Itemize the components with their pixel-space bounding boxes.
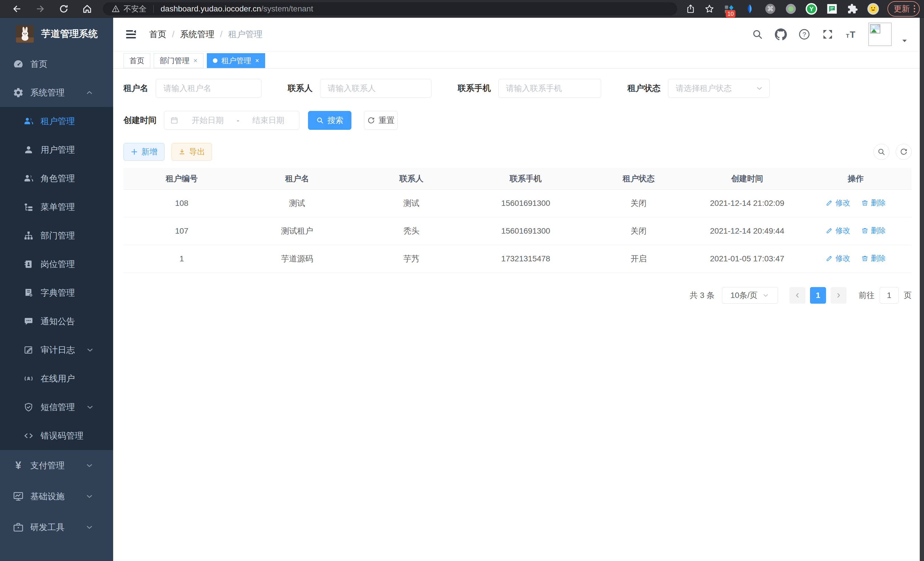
browser-reload-icon[interactable] (58, 3, 69, 14)
avatar-dropdown-caret-icon[interactable] (901, 37, 908, 45)
user-avatar[interactable] (868, 23, 892, 46)
github-icon[interactable] (775, 28, 787, 41)
sidebar-group-devtools[interactable]: 研发工具 (0, 512, 113, 543)
profile-avatar-icon[interactable] (867, 3, 879, 15)
app-logo-row[interactable]: 芋道管理系统 (0, 18, 113, 50)
next-page-button[interactable] (831, 287, 847, 304)
sidebar-item-online-users[interactable]: 在线用户 (0, 364, 113, 393)
date-range-picker[interactable]: 开始日期 - 结束日期 (164, 111, 299, 130)
fullscreen-icon[interactable] (821, 28, 834, 41)
cell-created: 2021-12-14 20:49:44 (694, 217, 800, 245)
main-area: 首页 / 系统管理 / 租户管理 ? (113, 18, 920, 561)
reset-refresh-icon (367, 116, 375, 124)
recorder-extension-icon[interactable] (784, 3, 797, 15)
sidebar-group-infrastructure[interactable]: 基础设施 (0, 481, 113, 512)
tab-dept[interactable]: 部门管理 × (154, 53, 203, 68)
table-row: 108 测试 测试 15601691300 关闭 2021-12-14 21:0… (123, 189, 911, 217)
col-tenant-name: 租户名 (240, 168, 354, 189)
sidebar-group-payment[interactable]: ¥ 支付管理 (0, 450, 113, 481)
edit-link[interactable]: 修改 (826, 198, 850, 208)
not-secure-warning-icon[interactable] (111, 5, 120, 13)
sidebar-item-dept[interactable]: 部门管理 (0, 221, 113, 250)
sidebar-group-system[interactable]: 系统管理 (0, 78, 113, 107)
gear-icon (13, 87, 24, 98)
search-button[interactable]: 搜索 (308, 111, 351, 130)
sidebar-item-home[interactable]: 首页 (0, 50, 113, 78)
browser-home-icon[interactable] (82, 3, 93, 14)
extension-badge: 10 (726, 10, 735, 17)
breadcrumb-system[interactable]: 系统管理 (180, 29, 214, 40)
tenant-name-input[interactable] (156, 79, 261, 98)
breadcrumb-home[interactable]: 首页 (149, 29, 166, 40)
sidebar-collapse-icon[interactable] (124, 28, 137, 41)
edit-link[interactable]: 修改 (826, 253, 850, 263)
help-icon[interactable]: ? (798, 28, 811, 41)
bookmark-star-icon[interactable] (704, 3, 715, 14)
dashboard-icon (13, 58, 24, 70)
cell-status: 开启 (583, 245, 694, 272)
reset-button[interactable]: 重置 (364, 111, 398, 130)
sidebar-item-post[interactable]: 岗位管理 (0, 250, 113, 278)
trash-icon (861, 199, 868, 206)
sidebar-item-label: 基础设施 (30, 491, 64, 502)
chat-extension-icon[interactable] (826, 3, 838, 15)
chevron-down-icon (85, 523, 97, 532)
command-extension-icon[interactable]: ⌘ (764, 3, 777, 15)
sidebar-item-user[interactable]: 用户管理 (0, 135, 113, 164)
sidebar-item-menu[interactable]: 菜单管理 (0, 193, 113, 221)
tab-home[interactable]: 首页 (123, 53, 150, 68)
window-scrollbar[interactable] (920, 18, 924, 561)
chevron-down-icon (762, 292, 770, 299)
tasks-extension-icon[interactable]: 10 (723, 3, 735, 15)
tab-close-icon[interactable]: × (194, 57, 197, 65)
browser-forward-icon[interactable] (35, 3, 46, 14)
table-refresh-icon[interactable] (896, 144, 912, 160)
breadcrumb-current: 租户管理 (228, 29, 262, 40)
delete-link[interactable]: 删除 (861, 226, 886, 236)
tab-close-icon[interactable]: × (255, 57, 259, 65)
sidebar-item-error-code[interactable]: 错误码管理 (0, 421, 113, 450)
reset-button-label: 重置 (379, 115, 394, 126)
table-search-toggle-icon[interactable] (873, 144, 890, 160)
sidebar-item-audit-log[interactable]: 审计日志 (0, 336, 113, 364)
contact-input[interactable] (320, 79, 431, 98)
yudao-extension-icon[interactable]: Y (805, 3, 818, 15)
address-bar[interactable]: 不安全 dashboard.yudao.iocoder.cn/system/te… (103, 2, 677, 15)
font-size-icon[interactable]: T T (845, 28, 857, 41)
edit-link[interactable]: 修改 (826, 226, 850, 236)
share-icon[interactable] (685, 3, 696, 14)
sidebar-item-label: 研发工具 (30, 522, 64, 533)
prev-page-button[interactable] (789, 287, 806, 304)
goto-page-input[interactable] (880, 287, 898, 304)
tab-tenant[interactable]: 租户管理 × (207, 53, 265, 68)
sidebar-item-sms[interactable]: 短信管理 (0, 393, 113, 421)
mobile-input[interactable] (498, 79, 601, 98)
sidebar-item-role[interactable]: 角色管理 (0, 164, 113, 193)
browser-menu-icon[interactable] (914, 5, 915, 12)
start-date-placeholder[interactable]: 开始日期 (183, 115, 232, 126)
sidebar-item-tenant[interactable]: 租户管理 (0, 107, 113, 135)
header-search-icon[interactable] (751, 28, 764, 41)
cell-mobile: 17321315478 (469, 245, 583, 272)
status-select[interactable] (668, 79, 770, 98)
browser-update-button[interactable]: 更新 (887, 1, 920, 17)
export-button[interactable]: 导出 (171, 143, 212, 161)
end-date-placeholder[interactable]: 结束日期 (243, 115, 293, 126)
url-divider (153, 5, 154, 13)
page-size-select[interactable]: 10条/页 (722, 287, 778, 304)
edit-pencil-icon (826, 227, 833, 234)
col-actions: 操作 (800, 168, 911, 189)
delete-link[interactable]: 删除 (861, 198, 886, 208)
url-host: dashboard.yudao.iocoder.cn (160, 4, 261, 13)
add-button[interactable]: 新增 (123, 143, 165, 161)
kite-extension-icon[interactable] (743, 3, 756, 15)
breadcrumb-separator: / (220, 29, 222, 39)
page-number-current[interactable]: 1 (810, 287, 826, 304)
delete-link[interactable]: 删除 (861, 253, 886, 263)
browser-back-icon[interactable] (11, 3, 22, 14)
sidebar-item-dict[interactable]: 字典管理 (0, 278, 113, 307)
sidebar-item-notice[interactable]: 通知公告 (0, 307, 113, 336)
add-button-label: 新增 (141, 146, 158, 157)
edit-link-label: 修改 (836, 198, 850, 208)
extensions-puzzle-icon[interactable] (846, 3, 859, 15)
